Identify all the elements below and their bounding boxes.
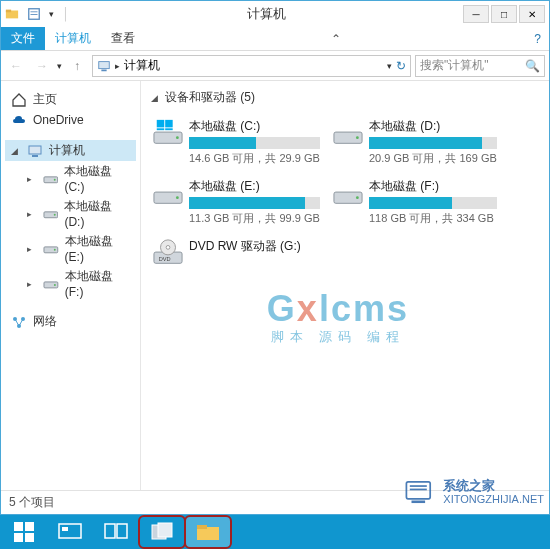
drive-icon [43,241,59,257]
svg-point-12 [54,214,56,216]
svg-text:DVD: DVD [159,256,171,262]
sidebar-item-home[interactable]: 主页 [5,89,136,110]
search-icon: 🔍 [525,59,540,73]
addr-dropdown-icon[interactable]: ▾ [387,61,392,71]
svg-rect-4 [31,14,38,15]
taskbar-app-1[interactable] [48,517,92,547]
nav-forward-button[interactable]: → [31,55,53,77]
item-count: 5 个项目 [9,494,55,511]
drive-grid: 本地磁盘 (C:) 14.6 GB 可用，共 29.9 GB 本地磁盘 (D:)… [151,116,539,270]
taskbar [0,515,550,549]
drive-icon [153,178,183,208]
svg-rect-49 [158,523,172,537]
svg-point-31 [356,196,359,199]
svg-rect-43 [25,533,34,542]
network-icon [11,314,27,330]
taskbar-app-3-highlighted[interactable] [140,517,184,547]
nav-history-dropdown[interactable]: ▾ [57,61,62,71]
refresh-icon[interactable]: ↻ [396,59,406,73]
svg-rect-24 [157,128,165,130]
svg-rect-23 [165,120,173,128]
dvd-drive-icon: DVD [153,238,183,268]
drive-icon [43,276,59,292]
svg-rect-25 [165,128,173,130]
titlebar: ▾ │ 计算机 ─ □ ✕ [1,1,549,27]
addr-chevron-icon[interactable]: ▸ [115,61,120,71]
svg-rect-22 [157,120,165,128]
statusbar: 5 个项目 [1,490,549,514]
cloud-icon [11,112,27,128]
quick-access-toolbar: ▾ │ [5,7,70,21]
sidebar-item-drive-f[interactable]: ▸ 本地磁盘 (F:) [5,266,136,301]
close-button[interactable]: ✕ [519,5,545,23]
nav-back-button[interactable]: ← [5,55,27,77]
ribbon-collapse-icon[interactable]: ⌃ [323,32,349,46]
explorer-window: ▾ │ 计算机 ─ □ ✕ 文件 计算机 查看 ⌃ ? ← → ▾ ↑ ▸ 计算… [0,0,550,515]
expand-icon[interactable]: ▸ [27,244,37,254]
tab-view[interactable]: 查看 [101,27,145,50]
body: 主页 OneDrive ◢ 计算机 ▸ 本地磁盘 (C:) [1,81,549,490]
svg-rect-41 [25,522,34,531]
svg-rect-45 [62,527,68,531]
start-button[interactable] [2,517,46,547]
usage-bar [369,197,497,209]
drive-item-d[interactable]: 本地磁盘 (D:) 20.9 GB 可用，共 169 GB [331,116,499,168]
svg-point-10 [54,179,56,181]
expand-icon[interactable]: ◢ [11,146,21,156]
svg-rect-3 [31,11,38,12]
svg-rect-51 [197,525,207,529]
address-bar[interactable]: ▸ 计算机 ▾ ↻ [92,55,411,77]
svg-rect-5 [99,61,110,68]
search-box[interactable]: 搜索"计算机" 🔍 [415,55,545,77]
minimize-button[interactable]: ─ [463,5,489,23]
drive-item-e[interactable]: 本地磁盘 (E:) 11.3 GB 可用，共 99.9 GB [151,176,319,228]
window-title: 计算机 [70,5,464,23]
drive-icon [333,178,363,208]
computer-icon [27,143,43,159]
help-icon[interactable]: ? [526,32,549,46]
window-controls: ─ □ ✕ [463,5,545,23]
section-header[interactable]: ◢ 设备和驱动器 (5) [151,89,539,106]
address-text: 计算机 [124,57,160,74]
computer-icon [97,59,111,73]
svg-point-16 [54,283,56,285]
sidebar-item-drive-d[interactable]: ▸ 本地磁盘 (D:) [5,196,136,231]
maximize-button[interactable]: □ [491,5,517,23]
sidebar-item-drive-c[interactable]: ▸ 本地磁盘 (C:) [5,161,136,196]
sidebar-item-drive-e[interactable]: ▸ 本地磁盘 (E:) [5,231,136,266]
navbar: ← → ▾ ↑ ▸ 计算机 ▾ ↻ 搜索"计算机" 🔍 [1,51,549,81]
nav-up-button[interactable]: ↑ [66,55,88,77]
svg-point-21 [176,136,179,139]
svg-rect-1 [6,10,11,13]
drive-icon [43,206,59,222]
sidebar-item-network[interactable]: 网络 [5,311,136,332]
expand-icon[interactable]: ▸ [27,209,37,219]
svg-point-14 [54,249,56,251]
content-pane: ◢ 设备和驱动器 (5) 本地磁盘 (C:) 14.6 GB 可用，共 29.9… [141,81,549,490]
sidebar-item-onedrive[interactable]: OneDrive [5,110,136,130]
tab-computer[interactable]: 计算机 [45,27,101,50]
drive-item-f[interactable]: 本地磁盘 (F:) 118 GB 可用，共 334 GB [331,176,499,228]
svg-rect-40 [14,522,23,531]
taskbar-app-2[interactable] [94,517,138,547]
taskbar-explorer-highlighted[interactable] [186,517,230,547]
svg-rect-47 [117,524,127,538]
ribbon-tabs: 文件 计算机 查看 ⌃ ? [1,27,549,51]
usage-bar [189,197,320,209]
svg-point-27 [356,136,359,139]
properties-icon[interactable] [27,7,41,21]
tab-file[interactable]: 文件 [1,27,45,50]
svg-point-34 [166,246,170,250]
sidebar-item-computer[interactable]: ◢ 计算机 [5,140,136,161]
svg-rect-8 [32,155,38,157]
svg-rect-6 [101,69,106,71]
drive-item-dvd[interactable]: DVD DVD RW 驱动器 (G:) [151,236,491,270]
drive-item-c[interactable]: 本地磁盘 (C:) 14.6 GB 可用，共 29.9 GB [151,116,319,168]
collapse-icon[interactable]: ◢ [151,93,161,103]
svg-rect-7 [29,146,41,154]
qat-dropdown-icon[interactable]: ▾ [49,9,54,19]
expand-icon[interactable]: ▸ [27,174,37,184]
expand-icon[interactable]: ▸ [27,279,37,289]
folder-icon [5,7,19,21]
navigation-pane: 主页 OneDrive ◢ 计算机 ▸ 本地磁盘 (C:) [1,81,141,490]
